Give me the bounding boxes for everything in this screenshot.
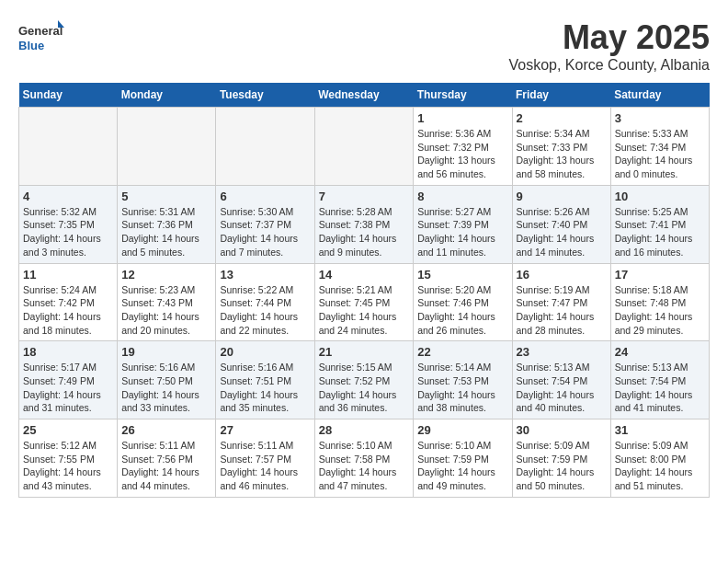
day-info: Sunrise: 5:12 AMSunset: 7:55 PMDaylight:…	[23, 439, 113, 493]
day-info: Sunrise: 5:28 AMSunset: 7:38 PMDaylight:…	[319, 205, 410, 259]
calendar-cell: 6Sunrise: 5:30 AMSunset: 7:37 PMDaylight…	[216, 185, 314, 263]
col-header-thursday: Thursday	[414, 83, 512, 108]
day-info: Sunrise: 5:36 AMSunset: 7:32 PMDaylight:…	[417, 127, 507, 181]
calendar-week-3: 11Sunrise: 5:24 AMSunset: 7:42 PMDayligh…	[19, 263, 710, 341]
calendar-cell: 4Sunrise: 5:32 AMSunset: 7:35 PMDaylight…	[19, 185, 118, 263]
day-number: 11	[23, 268, 113, 282]
day-number: 3	[615, 111, 705, 125]
day-number: 18	[23, 345, 113, 359]
calendar-cell: 28Sunrise: 5:10 AMSunset: 7:58 PMDayligh…	[314, 419, 414, 498]
calendar-cell: 21Sunrise: 5:15 AMSunset: 7:52 PMDayligh…	[314, 341, 414, 419]
day-number: 9	[517, 190, 607, 203]
day-number: 5	[121, 190, 211, 203]
calendar-cell: 26Sunrise: 5:11 AMSunset: 7:56 PMDayligh…	[118, 419, 216, 498]
day-info: Sunrise: 5:18 AMSunset: 7:48 PMDaylight:…	[615, 283, 705, 338]
calendar-cell	[216, 108, 314, 186]
day-number: 31	[615, 423, 705, 437]
col-header-wednesday: Wednesday	[314, 83, 414, 108]
day-number: 20	[220, 345, 310, 359]
day-info: Sunrise: 5:10 AMSunset: 7:58 PMDaylight:…	[319, 439, 410, 493]
logo-svg: General Blue	[18, 18, 64, 60]
calendar-cell: 16Sunrise: 5:19 AMSunset: 7:47 PMDayligh…	[512, 263, 610, 341]
day-info: Sunrise: 5:16 AMSunset: 7:50 PMDaylight:…	[121, 361, 211, 415]
page-header: General Blue May 2025 Voskop, Korce Coun…	[18, 18, 710, 74]
calendar-cell: 27Sunrise: 5:11 AMSunset: 7:57 PMDayligh…	[216, 419, 314, 498]
day-number: 30	[517, 423, 607, 437]
calendar-cell: 2Sunrise: 5:34 AMSunset: 7:33 PMDaylight…	[512, 108, 610, 186]
month-title: May 2025	[508, 18, 710, 57]
calendar-cell: 29Sunrise: 5:10 AMSunset: 7:59 PMDayligh…	[414, 419, 512, 498]
col-header-saturday: Saturday	[610, 83, 709, 108]
day-info: Sunrise: 5:17 AMSunset: 7:49 PMDaylight:…	[23, 361, 113, 415]
calendar-cell: 22Sunrise: 5:14 AMSunset: 7:53 PMDayligh…	[414, 341, 512, 419]
calendar-table: SundayMondayTuesdayWednesdayThursdayFrid…	[18, 83, 710, 498]
day-info: Sunrise: 5:23 AMSunset: 7:43 PMDaylight:…	[121, 283, 211, 338]
calendar-cell: 10Sunrise: 5:25 AMSunset: 7:41 PMDayligh…	[610, 185, 709, 263]
day-info: Sunrise: 5:30 AMSunset: 7:37 PMDaylight:…	[220, 205, 310, 259]
day-number: 23	[517, 345, 607, 359]
day-number: 25	[23, 423, 113, 437]
calendar-cell: 8Sunrise: 5:27 AMSunset: 7:39 PMDaylight…	[414, 185, 512, 263]
day-info: Sunrise: 5:32 AMSunset: 7:35 PMDaylight:…	[23, 205, 113, 259]
day-number: 15	[417, 268, 507, 282]
calendar-cell: 14Sunrise: 5:21 AMSunset: 7:45 PMDayligh…	[314, 263, 414, 341]
svg-marker-2	[58, 20, 64, 28]
calendar-cell: 19Sunrise: 5:16 AMSunset: 7:50 PMDayligh…	[118, 341, 216, 419]
calendar-cell: 9Sunrise: 5:26 AMSunset: 7:40 PMDaylight…	[512, 185, 610, 263]
col-header-tuesday: Tuesday	[216, 83, 314, 108]
day-number: 2	[517, 111, 607, 125]
day-info: Sunrise: 5:25 AMSunset: 7:41 PMDaylight:…	[615, 205, 705, 259]
calendar-cell: 25Sunrise: 5:12 AMSunset: 7:55 PMDayligh…	[19, 419, 118, 498]
calendar-cell: 12Sunrise: 5:23 AMSunset: 7:43 PMDayligh…	[118, 263, 216, 341]
day-number: 29	[417, 423, 507, 437]
title-area: May 2025 Voskop, Korce County, Albania	[508, 18, 710, 74]
day-info: Sunrise: 5:13 AMSunset: 7:54 PMDaylight:…	[615, 361, 705, 415]
day-number: 27	[220, 423, 310, 437]
calendar-week-2: 4Sunrise: 5:32 AMSunset: 7:35 PMDaylight…	[19, 185, 710, 263]
day-number: 14	[319, 268, 410, 282]
svg-text:Blue: Blue	[18, 39, 44, 52]
svg-text:General: General	[18, 24, 63, 38]
day-info: Sunrise: 5:27 AMSunset: 7:39 PMDaylight:…	[417, 205, 507, 259]
day-info: Sunrise: 5:31 AMSunset: 7:36 PMDaylight:…	[121, 205, 211, 259]
day-number: 17	[615, 268, 705, 282]
day-info: Sunrise: 5:15 AMSunset: 7:52 PMDaylight:…	[319, 361, 410, 415]
day-number: 26	[121, 423, 211, 437]
day-number: 6	[220, 190, 310, 203]
calendar-cell: 11Sunrise: 5:24 AMSunset: 7:42 PMDayligh…	[19, 263, 118, 341]
day-number: 8	[417, 190, 507, 203]
location-title: Voskop, Korce County, Albania	[508, 57, 710, 74]
calendar-week-1: 1Sunrise: 5:36 AMSunset: 7:32 PMDaylight…	[19, 108, 710, 186]
day-info: Sunrise: 5:14 AMSunset: 7:53 PMDaylight:…	[417, 361, 507, 415]
calendar-cell	[314, 108, 414, 186]
calendar-week-5: 25Sunrise: 5:12 AMSunset: 7:55 PMDayligh…	[19, 419, 710, 498]
calendar-cell: 30Sunrise: 5:09 AMSunset: 7:59 PMDayligh…	[512, 419, 610, 498]
calendar-cell: 13Sunrise: 5:22 AMSunset: 7:44 PMDayligh…	[216, 263, 314, 341]
day-info: Sunrise: 5:10 AMSunset: 7:59 PMDaylight:…	[417, 439, 507, 493]
calendar-cell: 5Sunrise: 5:31 AMSunset: 7:36 PMDaylight…	[118, 185, 216, 263]
day-info: Sunrise: 5:09 AMSunset: 8:00 PMDaylight:…	[615, 439, 705, 493]
day-number: 19	[121, 345, 211, 359]
day-info: Sunrise: 5:11 AMSunset: 7:57 PMDaylight:…	[220, 439, 310, 493]
calendar-cell: 18Sunrise: 5:17 AMSunset: 7:49 PMDayligh…	[19, 341, 118, 419]
day-info: Sunrise: 5:26 AMSunset: 7:40 PMDaylight:…	[517, 205, 607, 259]
day-info: Sunrise: 5:24 AMSunset: 7:42 PMDaylight:…	[23, 283, 113, 338]
calendar-cell: 17Sunrise: 5:18 AMSunset: 7:48 PMDayligh…	[610, 263, 709, 341]
calendar-cell: 24Sunrise: 5:13 AMSunset: 7:54 PMDayligh…	[610, 341, 709, 419]
calendar-week-4: 18Sunrise: 5:17 AMSunset: 7:49 PMDayligh…	[19, 341, 710, 419]
calendar-cell: 20Sunrise: 5:16 AMSunset: 7:51 PMDayligh…	[216, 341, 314, 419]
day-number: 24	[615, 345, 705, 359]
day-number: 22	[417, 345, 507, 359]
logo: General Blue	[18, 18, 64, 60]
col-header-sunday: Sunday	[19, 83, 118, 108]
day-info: Sunrise: 5:19 AMSunset: 7:47 PMDaylight:…	[517, 283, 607, 338]
calendar-cell: 7Sunrise: 5:28 AMSunset: 7:38 PMDaylight…	[314, 185, 414, 263]
calendar-cell	[19, 108, 118, 186]
day-info: Sunrise: 5:33 AMSunset: 7:34 PMDaylight:…	[615, 127, 705, 181]
day-info: Sunrise: 5:22 AMSunset: 7:44 PMDaylight:…	[220, 283, 310, 338]
col-header-friday: Friday	[512, 83, 610, 108]
day-number: 1	[417, 111, 507, 125]
day-number: 7	[319, 190, 410, 203]
day-number: 21	[319, 345, 410, 359]
day-number: 28	[319, 423, 410, 437]
